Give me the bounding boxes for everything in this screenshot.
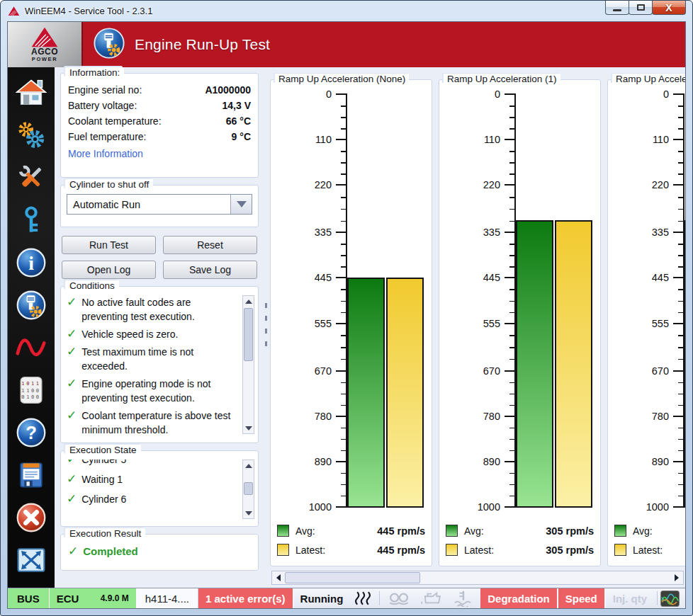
check-icon: ✓ xyxy=(67,472,77,486)
axis-minor-tick xyxy=(678,347,683,348)
axis-tick-label: 0 xyxy=(444,89,500,100)
axis-minor-tick xyxy=(678,359,683,360)
maximize-icon xyxy=(637,4,645,11)
ecu-status: ECU 4.9.0 M xyxy=(50,588,137,608)
condition-item: ✓ Test maximum time is not exceeded. xyxy=(67,345,239,373)
inj-qty-indicator: Inj. qty xyxy=(606,588,654,608)
scroll-right-button[interactable] xyxy=(670,571,683,584)
chart-legend: Avg:Latest: xyxy=(608,517,685,566)
panel-splitter[interactable] xyxy=(261,67,270,588)
chart-legend: Avg:305 rpm/sLatest:305 rpm/s xyxy=(439,517,600,566)
sidebar-item-fullscreen[interactable] xyxy=(8,539,55,581)
signal-monitor-icon[interactable] xyxy=(660,588,680,608)
sidebar-item-data-log[interactable]: 1011 1100 0100 xyxy=(8,369,55,411)
axis-tick xyxy=(505,461,514,462)
open-log-button[interactable]: Open Log xyxy=(62,261,156,279)
more-information-link[interactable]: More Information xyxy=(67,144,145,161)
axis-tick-label: 780 xyxy=(612,411,669,422)
key-icon xyxy=(17,205,45,236)
conditions-panel: Conditions ✓ No active fault codes are p… xyxy=(60,286,259,443)
titlebar[interactable]: WinEEM4 - Service Tool - 2.3.1 X xyxy=(1,1,692,21)
maximize-button[interactable] xyxy=(629,1,653,15)
sidebar-item-save[interactable] xyxy=(8,454,55,496)
sidebar-item-home[interactable] xyxy=(8,72,55,114)
info-label: Fuel temperature: xyxy=(68,131,147,142)
sidebar-item-information[interactable]: i xyxy=(8,241,55,284)
scroll-down-button[interactable] xyxy=(243,508,254,518)
cylinder-select[interactable]: Automatic Run xyxy=(67,194,252,215)
axis-tick-label: 780 xyxy=(444,411,500,422)
ecu-version: 4.9.0 M xyxy=(101,593,129,603)
axis-tick xyxy=(336,370,346,372)
charts-wrap: Ramp Up Acceleration (None)0110220335445… xyxy=(270,67,685,588)
scroll-up-button[interactable] xyxy=(243,296,254,307)
sidebar: i xyxy=(8,67,55,588)
sidebar-item-help[interactable]: ? xyxy=(8,411,55,454)
axis-tick xyxy=(505,232,514,233)
chart-plot: 01102203354455556707808901000 xyxy=(612,89,685,517)
sidebar-item-settings[interactable] xyxy=(8,114,55,156)
scroll-thumb[interactable] xyxy=(285,572,420,583)
triangle-left-icon xyxy=(276,574,281,581)
axis-tick-label: 335 xyxy=(275,227,332,238)
app-icon xyxy=(8,6,20,16)
yellow-swatch-icon xyxy=(614,544,626,556)
axis-minor-tick xyxy=(509,173,514,175)
axis-tick-label: 780 xyxy=(275,411,332,422)
execution-state-item: ✓ Cylinder 6 xyxy=(67,492,239,506)
axis-minor-tick xyxy=(678,496,683,497)
bar-avg xyxy=(516,220,553,508)
axis-minor-tick xyxy=(509,439,514,440)
active-errors-badge[interactable]: 1 active error(s) xyxy=(198,588,294,608)
legend-value: 445 rpm/s xyxy=(377,525,425,537)
minimize-icon xyxy=(613,9,621,11)
info-row-battery-voltage: Battery voltage: 14,3 V xyxy=(67,98,252,113)
minimize-button[interactable] xyxy=(605,1,629,15)
axis-minor-tick xyxy=(509,221,514,222)
axis-minor-tick xyxy=(678,450,683,452)
cylinder-select-value: Automatic Run xyxy=(67,195,230,214)
sidebar-item-exit[interactable] xyxy=(8,496,55,539)
run-test-button[interactable]: Run Test xyxy=(62,236,156,254)
scroll-thumb[interactable] xyxy=(244,308,253,361)
sidebar-item-measurements[interactable] xyxy=(8,326,55,369)
scroll-down-button[interactable] xyxy=(243,423,254,433)
legend-row: Latest:445 rpm/s xyxy=(277,540,425,559)
condition-item: ✓ No active fault codes are preventing t… xyxy=(67,295,239,324)
axis-tick xyxy=(673,323,683,324)
save-log-button[interactable]: Save Log xyxy=(163,261,257,279)
axis-minor-tick xyxy=(341,312,346,314)
scroll-left-button[interactable] xyxy=(272,571,285,584)
scroll-up-button[interactable] xyxy=(243,460,254,471)
axis-minor-tick xyxy=(509,117,514,118)
axis-tick-label: 220 xyxy=(612,179,669,190)
cylinder-select-dropdown-button[interactable] xyxy=(230,195,252,214)
check-icon: ✓ xyxy=(67,345,77,373)
legend-row: Avg: xyxy=(614,521,685,540)
axis-minor-tick xyxy=(678,197,683,198)
execution-result-panel: Execution Result ✓ Completed xyxy=(60,534,259,571)
axis-tick-label: 670 xyxy=(612,365,669,377)
axis-minor-tick xyxy=(509,484,514,486)
axis-minor-tick xyxy=(509,197,514,198)
axis-tick xyxy=(336,461,346,462)
axis-tick xyxy=(505,416,514,417)
info-value: 14,3 V xyxy=(222,100,251,111)
reset-button[interactable]: Reset xyxy=(163,236,257,254)
close-button[interactable]: X xyxy=(652,1,686,15)
axis-minor-tick xyxy=(341,221,346,222)
chevron-down-icon xyxy=(237,201,247,207)
axis-minor-tick xyxy=(341,173,346,175)
sidebar-item-engine-tests[interactable] xyxy=(8,284,55,326)
info-row-coolant-temperature: Coolant temperature: 66 °C xyxy=(67,113,252,129)
info-icon: i xyxy=(16,247,47,278)
chart-plot: 01102203354455556707808901000 xyxy=(275,89,427,517)
sidebar-item-key[interactable] xyxy=(8,199,55,241)
axis-minor-tick xyxy=(509,289,514,290)
scroll-thumb[interactable] xyxy=(244,482,253,495)
info-value: A1000000 xyxy=(205,84,251,96)
sidebar-item-service-tools[interactable] xyxy=(8,156,55,199)
axis-minor-tick xyxy=(341,347,346,348)
chart-legend: Avg:445 rpm/sLatest:445 rpm/s xyxy=(271,517,432,566)
svg-text:1100: 1100 xyxy=(21,388,40,394)
